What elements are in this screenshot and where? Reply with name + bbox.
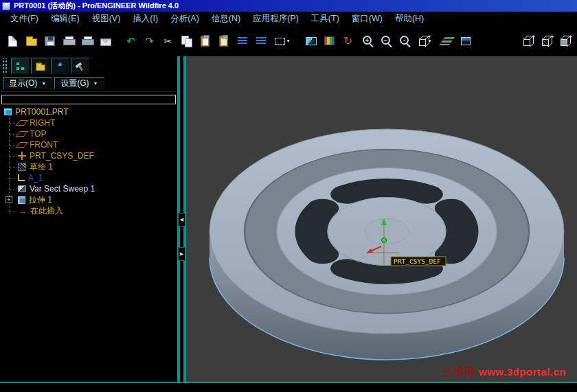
plot-button[interactable] [78,32,96,50]
menu-item-help[interactable]: 帮助(H) [389,13,430,25]
save-icon [45,36,55,46]
layers-button[interactable] [438,32,456,50]
tree-item-var-sect-sweep-1[interactable]: Var Sect Sweep 1 [18,183,177,194]
collapse-panel-handle[interactable]: ◀ [178,213,185,227]
menu-item-window[interactable]: 窗口(W) [346,13,389,25]
tree-item-front-plane[interactable]: FRONT [18,139,177,150]
zoom-out-button[interactable]: − [376,32,394,50]
paste-icon [201,36,210,47]
shaded-display-button[interactable] [555,32,574,50]
menu-item-view[interactable]: 视图(V) [86,13,127,25]
spin-center-button[interactable]: ↻ [339,32,357,50]
save-button[interactable] [41,32,59,50]
tree-item-prt0001[interactable]: PRT0001.PRT [4,106,177,117]
favorites-tab[interactable]: * [51,58,69,74]
menu-item-file[interactable]: 文件(F) [4,13,45,25]
hidden-line-display-icon [542,38,550,46]
wireframe-display-icon [523,38,531,46]
menu-item-info[interactable]: 信息(N) [205,13,247,25]
saved-views-button[interactable]: ▾ [413,32,438,50]
zoom-in-button[interactable]: + [357,32,376,50]
datum-plane-icon [16,131,29,137]
menu-item-analysis[interactable]: 分析(A) [164,13,205,25]
copy-icon [181,36,192,46]
dropdown-caret-icon: ▾ [286,38,289,44]
content-area: * 显示(O) ▼ 设置(G) ▼ PRT0001.PRT [0,56,577,382]
graphics-area[interactable]: PRT_CSYS_DEF 三维网www.3dportal.cn [186,56,577,382]
menu-item-applications[interactable]: 应用程序(P) [247,13,305,25]
item-list-button[interactable] [233,32,251,50]
application-window: PRT0001 (活动的) - Pro/ENGINEER Wildfire 4.… [0,0,577,392]
settings-dropdown-button[interactable]: 设置(G) ▼ [54,77,104,89]
sweep-feature-icon [18,185,26,192]
axis-icon [18,174,25,181]
tree-item-extrude-1[interactable]: + 拉伸 1 [18,194,177,205]
navigator-tabs: * [0,56,177,76]
show-dropdown-label: 显示(O) [9,78,37,89]
print-button[interactable] [59,32,78,50]
connections-hammer-icon [76,62,84,71]
item-list-icon [238,37,247,45]
model-tree-tab[interactable] [11,58,30,74]
panel-splitter[interactable]: ◀ ▶ [177,56,186,382]
paste-button[interactable] [196,32,214,50]
center-boss-edge [365,219,409,244]
tree-item-axis-a1[interactable]: A_1 [18,172,177,183]
cut-button[interactable]: ✂ [159,32,177,50]
expand-panel-handle[interactable]: ▶ [178,247,185,261]
extrude-feature-icon [18,196,25,204]
model-viewport[interactable]: PRT_CSYS_DEF [186,56,577,382]
repaint-icon [306,37,317,45]
copy-button[interactable] [177,32,196,50]
connections-tab[interactable] [71,58,89,74]
shade-icon [324,36,335,45]
datum-plane-icon [16,142,29,148]
search-list-button[interactable] [251,32,270,50]
menu-item-insert[interactable]: 插入(I) [126,13,164,25]
undo-button[interactable]: ↶ [122,32,140,50]
paste-special-button[interactable] [214,32,233,50]
folder-browser-tab[interactable] [31,58,49,74]
3d-model-part[interactable] [210,129,564,360]
tree-item-sketch-1[interactable]: 草绘 1 [18,161,177,172]
shade-button[interactable] [320,32,339,50]
layers-icon [439,37,455,45]
status-bar [0,382,577,392]
watermark-site-name: 三维网 [444,366,476,378]
menu-item-edit[interactable]: 编辑(E) [45,13,86,25]
model-tree: PRT0001.PRT RIGHT TOP FRONT PRT_CSYS_DEF [0,106,177,382]
open-file-button[interactable] [22,32,41,50]
hidden-line-display-button[interactable] [536,32,555,50]
part-icon [4,108,12,115]
tree-item-prt-csys-def[interactable]: PRT_CSYS_DEF [18,150,177,161]
menu-item-tools[interactable]: 工具(T) [305,13,346,25]
new-file-button[interactable] [3,32,22,50]
selection-filter-button[interactable]: ▾ [270,32,295,50]
show-dropdown-button[interactable]: 显示(O) ▼ [3,77,52,89]
chevron-down-icon: ▼ [93,81,98,86]
chevron-down-icon: ▼ [41,81,46,86]
refit-button[interactable]: ▪ [394,32,413,50]
kidney-slot [347,268,427,275]
cut-icon: ✂ [164,36,172,46]
view-manager-button[interactable] [456,32,475,50]
kidney-slot [451,208,462,254]
wireframe-display-button[interactable] [518,32,536,50]
panel-drag-handle-icon[interactable] [1,58,8,73]
sketch-icon [18,163,26,171]
settings-dropdown-label: 设置(G) [60,78,89,89]
title-bar: PRT0001 (活动的) - Pro/ENGINEER Wildfire 4.… [0,0,577,12]
saved-views-icon [419,38,427,46]
redo-button[interactable]: ↷ [140,32,159,50]
send-email-button[interactable] [96,32,115,50]
view-manager-icon [461,37,471,45]
tree-item-top-plane[interactable]: TOP [18,128,177,139]
kidney-slot [311,208,323,254]
tree-item-right-plane[interactable]: RIGHT [18,117,177,128]
refit-icon: ▪ [400,36,409,45]
tree-item-insert-here[interactable]: → 在此插入 [18,205,177,216]
expand-plus-icon[interactable]: + [5,196,12,203]
tree-filter-box[interactable] [1,95,176,104]
window-title: PRT0001 (活动的) - Pro/ENGINEER Wildfire 4.… [14,1,179,11]
repaint-button[interactable] [302,32,320,50]
